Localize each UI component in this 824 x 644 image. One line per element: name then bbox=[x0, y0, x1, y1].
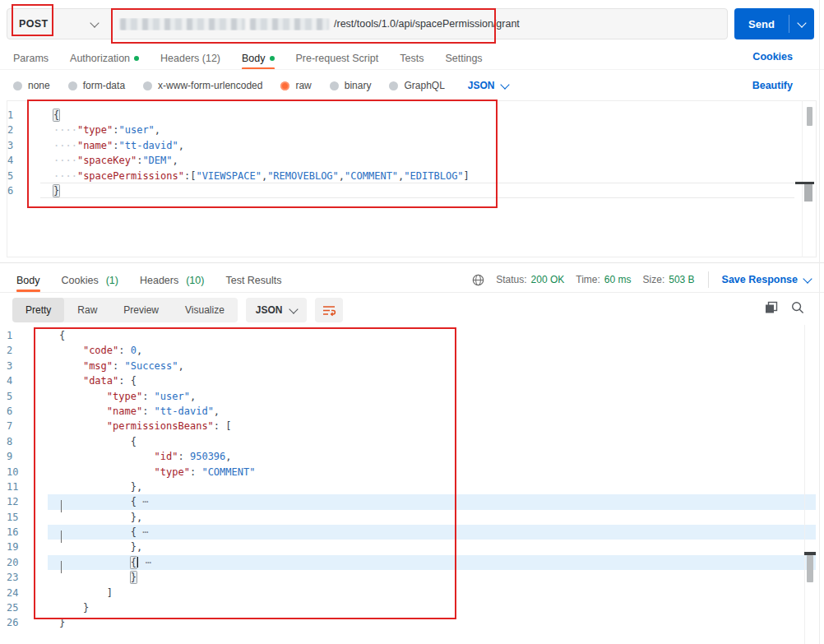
line-number: 6 bbox=[7, 185, 13, 197]
view-pretty[interactable]: Pretty bbox=[12, 298, 64, 322]
code-token: "tt-david" bbox=[119, 140, 178, 151]
view-preview[interactable]: Preview bbox=[110, 298, 172, 322]
body-type-x-www-form-urlencoded[interactable]: x-www-form-urlencoded bbox=[143, 80, 262, 91]
line-number: 5 bbox=[7, 170, 13, 182]
code-line-2[interactable]: 2 "code": 0, bbox=[7, 343, 817, 358]
request-body-editor[interactable]: 1{2····"type":"user",3····"name":"tt-dav… bbox=[7, 100, 817, 257]
body-type-none[interactable]: none bbox=[13, 80, 50, 91]
code-token: : bbox=[178, 451, 190, 462]
green-dot-icon bbox=[134, 56, 139, 61]
body-type-binary[interactable]: binary bbox=[330, 80, 372, 91]
body-type-graphql[interactable]: GraphQL bbox=[389, 80, 444, 91]
code-line-9[interactable]: 9 "id": 950396, bbox=[7, 449, 817, 464]
code-line-12[interactable]: 12 { ⋯ bbox=[7, 494, 817, 509]
cookies-link[interactable]: Cookies bbox=[752, 51, 793, 63]
tab-tests[interactable]: Tests bbox=[400, 47, 424, 69]
send-options-button[interactable] bbox=[789, 22, 814, 26]
tab-params[interactable]: Params bbox=[13, 47, 49, 69]
meta-label: Status: bbox=[496, 274, 526, 285]
body-type-form-data[interactable]: form-data bbox=[68, 80, 125, 91]
code-token bbox=[59, 557, 131, 568]
code-text: ····"spacePermissions":["VIEWSPACE","REM… bbox=[53, 169, 470, 183]
code-token: ⋯ bbox=[139, 557, 150, 568]
tab-body[interactable]: Body bbox=[242, 47, 275, 69]
save-response-button[interactable]: Save Response bbox=[722, 274, 811, 285]
view-raw[interactable]: Raw bbox=[64, 298, 110, 322]
tab-label: Authorization bbox=[70, 53, 130, 64]
code-text: ····"spaceKey":"DEM", bbox=[53, 153, 178, 168]
language-chevron-down-icon bbox=[500, 80, 509, 89]
code-line-7[interactable]: 7 "permissionsBeans": [ bbox=[7, 419, 817, 433]
code-token: ···· bbox=[53, 140, 77, 151]
wrap-lines-button[interactable] bbox=[315, 298, 343, 322]
code-line-6[interactable]: 6 "name": "tt-david", bbox=[7, 404, 817, 419]
copy-button[interactable] bbox=[765, 301, 778, 314]
code-token: "VIEWSPACE" bbox=[196, 170, 261, 182]
code-line-15[interactable]: 15 }, bbox=[7, 510, 817, 525]
send-button[interactable]: Send bbox=[734, 18, 789, 30]
response-tab-body[interactable]: Body bbox=[16, 269, 40, 291]
code-line-6[interactable]: 6} bbox=[7, 183, 816, 198]
tab-authorization[interactable]: Authorization bbox=[70, 47, 139, 69]
code-line-1[interactable]: 1{ bbox=[7, 328, 817, 343]
tab-settings[interactable]: Settings bbox=[445, 47, 482, 69]
code-token: "REMOVEBLOG" bbox=[267, 170, 339, 182]
method-selector[interactable]: POST bbox=[7, 9, 111, 39]
code-text: ····"name":"tt-david", bbox=[53, 138, 184, 153]
method-label: POST bbox=[19, 18, 49, 30]
beautify-link[interactable]: Beautify bbox=[752, 80, 793, 91]
code-line-3[interactable]: 3 "msg": "Success", bbox=[7, 359, 817, 373]
code-line-5[interactable]: 5 "type": "user", bbox=[7, 389, 817, 404]
response-tab-test-results[interactable]: Test Results bbox=[225, 269, 281, 291]
url-input[interactable]: /rest/tools/1.0/api/spacePermission/gran… bbox=[112, 18, 727, 30]
redacted-url-segment bbox=[250, 18, 329, 30]
code-line-4[interactable]: 4 "data": { bbox=[7, 373, 817, 388]
code-token bbox=[59, 391, 107, 402]
code-token: }, bbox=[131, 481, 142, 493]
code-line-26[interactable]: 26} bbox=[7, 615, 817, 630]
code-line-16[interactable]: 16 { ⋯ bbox=[7, 525, 817, 540]
request-scrollbar-thumb[interactable] bbox=[807, 107, 812, 126]
code-line-19[interactable]: 19 }, bbox=[7, 540, 817, 554]
response-scrollbar-thumb[interactable] bbox=[807, 555, 813, 582]
tab-pre-request-script[interactable]: Pre-request Script bbox=[296, 47, 379, 69]
code-line-8[interactable]: 8 { bbox=[7, 434, 817, 449]
code-line-23[interactable]: 23 } bbox=[7, 570, 817, 585]
tab-headers-12[interactable]: Headers (12) bbox=[160, 47, 220, 69]
code-token: :[ bbox=[184, 170, 196, 182]
response-body-editor[interactable]: 1{2 "code": 0,3 "msg": "Success",4 "data… bbox=[7, 325, 817, 644]
code-line-1[interactable]: 1{ bbox=[7, 108, 816, 123]
response-actions bbox=[765, 301, 804, 314]
code-line-2[interactable]: 2····"type":"user", bbox=[7, 123, 816, 137]
code-token: , bbox=[178, 360, 184, 372]
tab-label: Params bbox=[13, 53, 49, 64]
search-button[interactable] bbox=[791, 301, 804, 314]
save-response-chevron-icon bbox=[803, 274, 812, 283]
code-token: "spaceKey" bbox=[77, 155, 137, 166]
code-line-25[interactable]: 25 } bbox=[7, 600, 817, 615]
code-line-11[interactable]: 11 }, bbox=[7, 480, 817, 494]
line-number: 20 bbox=[7, 557, 18, 568]
view-visualize[interactable]: Visualize bbox=[172, 298, 238, 322]
tab-count: (1) bbox=[106, 275, 118, 286]
code-line-5[interactable]: 5····"spacePermissions":["VIEWSPACE","RE… bbox=[7, 169, 816, 183]
code-line-3[interactable]: 3····"name":"tt-david", bbox=[7, 138, 816, 153]
code-line-20[interactable]: 20 { ⋯ bbox=[7, 555, 817, 570]
code-token: : [ bbox=[214, 420, 232, 432]
radio-dot-icon bbox=[68, 81, 77, 90]
response-language-select[interactable]: JSON bbox=[246, 298, 307, 322]
line-number: 19 bbox=[7, 541, 18, 553]
meta-label: Size: bbox=[643, 274, 665, 285]
request-language-select[interactable]: JSON bbox=[468, 80, 508, 91]
code-line-24[interactable]: 24 ] bbox=[7, 586, 817, 600]
code-token bbox=[59, 572, 131, 583]
code-line-10[interactable]: 10 "type": "COMMENT" bbox=[7, 465, 817, 480]
code-text: "code": 0, bbox=[59, 343, 142, 358]
meta-status: Status:200 OK bbox=[496, 274, 564, 285]
response-tab-cookies[interactable]: Cookies(1) bbox=[62, 269, 118, 291]
body-type-raw[interactable]: raw bbox=[280, 80, 311, 91]
code-line-4[interactable]: 4····"spaceKey":"DEM", bbox=[7, 153, 816, 168]
response-tab-headers[interactable]: Headers(10) bbox=[140, 269, 204, 291]
line-number: 4 bbox=[7, 155, 13, 166]
code-text: }, bbox=[59, 540, 142, 554]
